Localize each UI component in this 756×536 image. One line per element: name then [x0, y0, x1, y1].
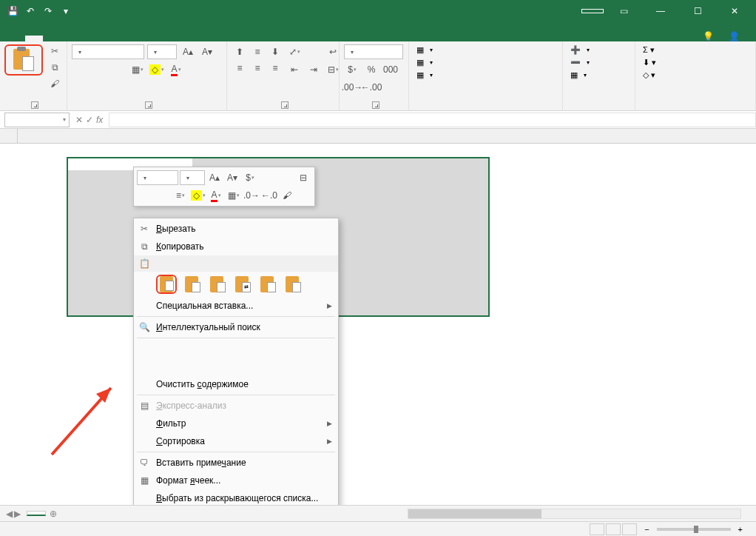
font-color-icon[interactable]: A	[168, 62, 184, 77]
mini-font-combo[interactable]: ▾	[137, 170, 178, 185]
increase-indent-icon[interactable]: ⇥	[306, 62, 322, 77]
font-size-combo[interactable]: ▾	[147, 44, 177, 59]
ribbon-options-icon[interactable]: ▭	[607, 0, 641, 22]
enter-formula-icon[interactable]: ✓	[86, 115, 93, 125]
sheet-prev-icon[interactable]: ◀	[6, 509, 13, 519]
mini-align-icon[interactable]: ≡	[172, 188, 189, 203]
paste-option-transpose[interactable]: ⇄	[232, 275, 252, 294]
mini-fill-color-icon[interactable]: ◇	[190, 188, 206, 203]
paste-option-values[interactable]	[181, 275, 202, 294]
ctx-format-cells[interactable]: ▦Формат ячеек...	[134, 472, 338, 489]
mini-format-painter-icon[interactable]: 🖌	[279, 188, 295, 203]
ctx-copy[interactable]: ⧉Копировать	[134, 238, 338, 255]
clipboard-launcher[interactable]	[31, 101, 38, 109]
tab-page-layout[interactable]	[64, 36, 81, 41]
number-format-combo[interactable]: ▾	[344, 44, 403, 59]
minimize-icon[interactable]: —	[644, 0, 678, 22]
percent-icon[interactable]: %	[363, 62, 379, 77]
mini-decrease-decimal-icon[interactable]: ←.0	[261, 188, 277, 203]
mini-decrease-font-icon[interactable]: A▾	[224, 170, 240, 185]
tab-developer[interactable]	[160, 36, 178, 41]
fill-icon[interactable]: ⬇ ▾	[640, 57, 659, 68]
decrease-font-icon[interactable]: A▾	[199, 44, 215, 59]
tab-view[interactable]	[141, 36, 158, 41]
view-page-layout-icon[interactable]	[606, 523, 621, 535]
select-all-corner[interactable]	[0, 129, 18, 144]
view-page-break-icon[interactable]	[622, 523, 637, 535]
decrease-decimal-icon[interactable]: ←.00	[363, 80, 379, 95]
bold-button[interactable]	[72, 62, 88, 77]
format-painter-icon[interactable]: 🖌	[47, 77, 62, 90]
sheet-next-icon[interactable]: ▶	[14, 509, 21, 519]
tab-formulas[interactable]	[83, 36, 101, 41]
qat-more-icon[interactable]: ▾	[58, 3, 74, 19]
align-top-icon[interactable]: ⬆	[232, 44, 248, 59]
ctx-clear[interactable]: Очистить содержимое	[134, 375, 338, 393]
insert-cells-button[interactable]: ➕▾	[567, 44, 593, 56]
add-sheet-icon[interactable]: ⊕	[46, 509, 61, 519]
zoom-in-icon[interactable]: +	[738, 525, 743, 534]
format-as-table-button[interactable]: ▦▾	[414, 57, 436, 68]
number-launcher[interactable]	[372, 101, 379, 109]
merge-icon[interactable]: ⊟	[325, 62, 341, 77]
maximize-icon[interactable]: ☐	[681, 0, 715, 22]
undo-icon[interactable]: ↶	[22, 3, 38, 19]
align-center-icon[interactable]: ≡	[249, 61, 266, 76]
font-name-combo[interactable]: ▾	[72, 44, 144, 59]
increase-font-icon[interactable]: A▴	[180, 44, 196, 59]
align-bottom-icon[interactable]: ⬇	[267, 44, 283, 59]
ctx-insert-comment[interactable]: 🗨Вставить примечание	[134, 454, 338, 472]
paste-button[interactable]	[4, 44, 43, 76]
mini-percent-icon[interactable]	[260, 170, 276, 185]
mini-accounting-icon[interactable]: $	[242, 170, 258, 185]
underline-button[interactable]	[110, 62, 126, 77]
increase-decimal-icon[interactable]: .00→	[344, 80, 360, 95]
orientation-icon[interactable]: ⤢	[286, 44, 303, 59]
close-icon[interactable]: ✕	[718, 0, 752, 22]
italic-button[interactable]	[91, 62, 107, 77]
save-icon[interactable]: 💾	[4, 3, 21, 19]
ctx-cut[interactable]: ✂Вырезать	[134, 220, 338, 238]
view-normal-icon[interactable]	[590, 523, 604, 535]
tab-review[interactable]	[121, 36, 139, 41]
paste-option-link[interactable]	[282, 275, 303, 294]
mini-increase-decimal-icon[interactable]: .0→	[243, 188, 260, 203]
fx-icon[interactable]: fx	[96, 115, 103, 125]
alignment-launcher[interactable]	[281, 101, 288, 109]
ctx-sort[interactable]: Сортировка▶	[134, 432, 338, 450]
mini-borders-icon[interactable]: ▦	[226, 188, 242, 203]
copy-icon[interactable]: ⧉	[47, 61, 62, 74]
zoom-out-icon[interactable]: −	[644, 525, 649, 534]
tab-file[interactable]	[6, 36, 24, 41]
mini-merge-icon[interactable]: ⊟	[295, 170, 311, 185]
tab-home[interactable]	[25, 36, 43, 41]
delete-cells-button[interactable]: ➖▾	[567, 57, 593, 68]
font-launcher[interactable]	[145, 101, 152, 109]
paste-option-formulas[interactable]	[206, 275, 227, 294]
tab-data[interactable]	[102, 36, 120, 41]
redo-icon[interactable]: ↷	[40, 3, 56, 19]
cancel-formula-icon[interactable]: ✕	[75, 115, 83, 125]
fill-color-icon[interactable]: ◇	[149, 62, 165, 77]
cut-icon[interactable]: ✂	[47, 44, 62, 58]
formula-input[interactable]	[109, 113, 756, 127]
zoom-slider[interactable]	[657, 528, 731, 531]
ctx-filter[interactable]: Фильтр▶	[134, 415, 338, 432]
accounting-icon[interactable]: $	[344, 62, 360, 77]
mini-bold-button[interactable]	[137, 188, 153, 203]
decrease-indent-icon[interactable]: ⇤	[286, 62, 303, 77]
ctx-delete[interactable]	[134, 358, 338, 375]
share-icon[interactable]: 👤	[729, 31, 740, 41]
tab-help[interactable]	[179, 36, 197, 41]
align-left-icon[interactable]: ≡	[232, 61, 248, 76]
ctx-insert[interactable]	[134, 340, 338, 358]
sign-in-button[interactable]	[581, 9, 604, 13]
autosum-icon[interactable]: Σ ▾	[640, 44, 659, 56]
borders-icon[interactable]: ▦	[129, 62, 146, 77]
comma-icon[interactable]: 000	[382, 62, 399, 77]
format-cells-button[interactable]: ▦▾	[567, 70, 593, 81]
tab-insert[interactable]	[44, 36, 62, 41]
paste-option-formatting[interactable]	[257, 275, 277, 294]
horizontal-scrollbar[interactable]	[408, 509, 741, 519]
wrap-text-icon[interactable]: ↩	[325, 44, 341, 59]
